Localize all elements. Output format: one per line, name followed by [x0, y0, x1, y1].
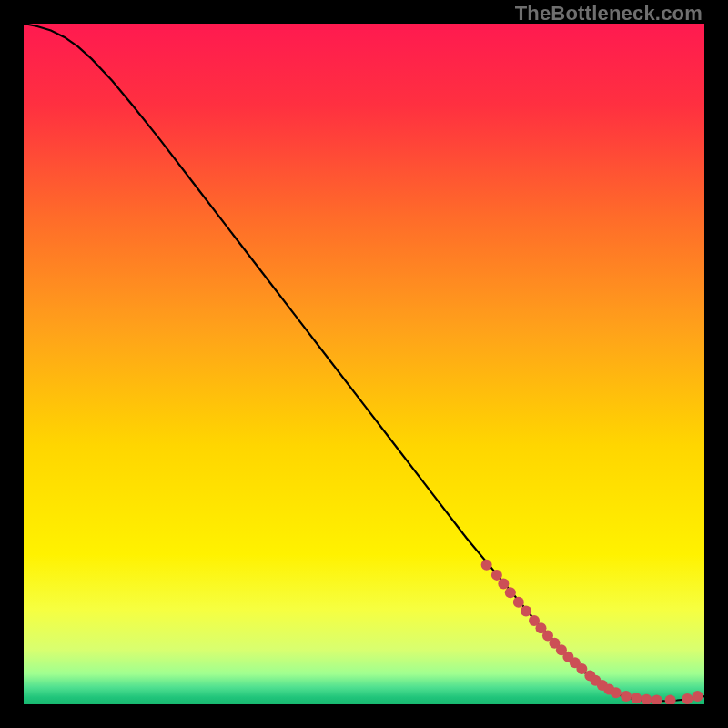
tail-marker [631, 693, 642, 703]
chart-stage: TheBottleneck.com [0, 0, 728, 728]
tail-marker [491, 570, 502, 581]
tail-marker [611, 687, 622, 698]
tail-marker [693, 691, 703, 702]
tail-marker [621, 691, 632, 702]
tail-marker [652, 695, 662, 704]
tail-marker [521, 606, 531, 617]
tail-marker [641, 694, 652, 704]
plot-area [24, 24, 704, 704]
tail-marker [665, 695, 676, 704]
tail-marker [682, 693, 693, 704]
tail-marker [505, 587, 516, 598]
markers-layer [24, 24, 704, 704]
dotted-tail-group [481, 560, 703, 704]
watermark-text: TheBottleneck.com [515, 2, 703, 25]
tail-marker [498, 579, 509, 590]
tail-marker [481, 560, 492, 571]
tail-marker [513, 597, 524, 608]
